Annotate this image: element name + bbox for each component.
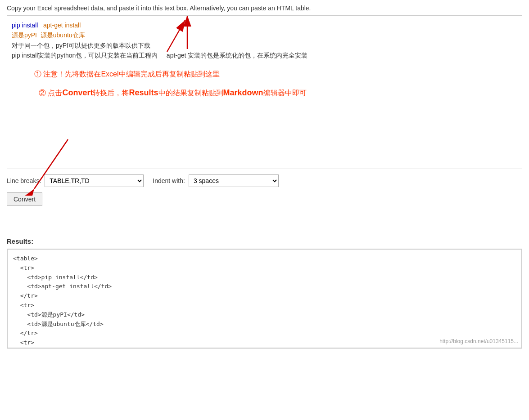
apt-text: apt-get install bbox=[43, 22, 81, 29]
results-code: <table> <tr> <td>pip install</td> <td>ap… bbox=[13, 254, 512, 348]
result-line-8: <td>源是ubuntu仓库</td> bbox=[13, 320, 512, 329]
results-label: Results: bbox=[7, 237, 522, 245]
indent-label: Indent with: bbox=[153, 177, 185, 184]
instruction-text: Copy your Excel spreadsheet data, and pa… bbox=[7, 4, 522, 12]
keyword-results: Results bbox=[129, 88, 158, 97]
result-line-11: <td>对于同一个包，pyPI可以提供更多的版本以供下载</td> bbox=[13, 348, 512, 348]
results-box[interactable]: <table> <tr> <td>pip install</td> <td>ap… bbox=[7, 249, 522, 348]
indent-group: Indent with: 3 spaces 2 spaces 4 spaces … bbox=[153, 174, 279, 187]
linebreaks-label: Line breaks: bbox=[7, 177, 41, 184]
result-line-10: <tr> bbox=[13, 338, 512, 348]
input-area: pip install apt-get install 源是pyPI 源是ubu… bbox=[7, 15, 522, 169]
keyword-convert: Convert bbox=[62, 88, 93, 97]
result-line-9: </tr> bbox=[13, 329, 512, 338]
linebreaks-select[interactable]: TABLE,TR,TD TABLE,TR TR,TD None bbox=[45, 174, 144, 187]
result-line-7: <td>源是pyPI</td> bbox=[13, 310, 512, 320]
code-row-3: 对于同一个包，pyPI可以提供更多的版本以供下载 bbox=[12, 40, 517, 50]
result-line-1: <table> bbox=[13, 254, 512, 264]
result-line-6: <tr> bbox=[13, 301, 512, 310]
convert-button[interactable]: Convert bbox=[7, 192, 42, 206]
result-line-3: <td>pip install</td> bbox=[13, 273, 512, 282]
code-row-1: pip install apt-get install bbox=[12, 20, 517, 30]
note-1: ① 注意！先将数据在Excel中编辑完成后再复制粘贴到这里 bbox=[34, 70, 517, 79]
results-wrapper: <table> <tr> <td>pip install</td> <td>ap… bbox=[7, 249, 522, 349]
watermark: http://blog.csdn.net/u01345115... bbox=[439, 338, 518, 344]
textarea-content: pip install apt-get install 源是pyPI 源是ubu… bbox=[12, 20, 517, 164]
result-line-2: <tr> bbox=[13, 264, 512, 273]
linebreaks-group: Line breaks: TABLE,TR,TD TABLE,TR TR,TD … bbox=[7, 174, 144, 187]
keyword-markdown: Markdown bbox=[223, 88, 263, 97]
indent-select[interactable]: 3 spaces 2 spaces 4 spaces Tab bbox=[189, 174, 279, 187]
note-2: ② 点击Convert转换后，将Results中的结果复制粘贴到Markdown… bbox=[39, 88, 517, 98]
result-line-5: </tr> bbox=[13, 291, 512, 301]
pip-text: pip install bbox=[12, 22, 38, 29]
result-line-4: <td>apt-get install</td> bbox=[13, 282, 512, 291]
controls-row: Line breaks: TABLE,TR,TD TABLE,TR TR,TD … bbox=[7, 174, 522, 187]
results-section: Results: <table> <tr> <td>pip install</t… bbox=[7, 237, 522, 349]
code-row-4: pip install安装的python包，可以只安装在当前工程内 apt-ge… bbox=[12, 50, 517, 60]
code-row-2: 源是pyPI 源是ubuntu仓库 bbox=[12, 30, 517, 40]
